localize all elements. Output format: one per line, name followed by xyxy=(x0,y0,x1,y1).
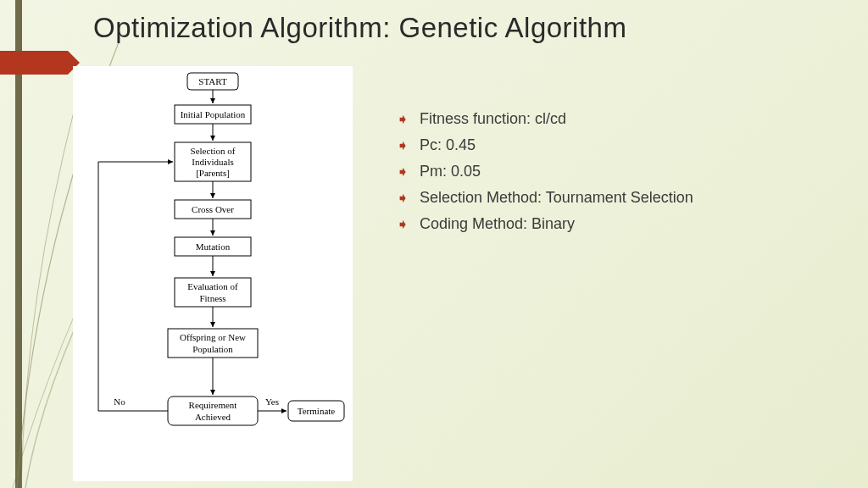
fc-sel3: [Parents] xyxy=(196,168,230,178)
accent-arrow xyxy=(0,51,68,75)
fc-req1: Requirement xyxy=(189,400,237,410)
fc-initial: Initial Population xyxy=(181,109,246,119)
fc-terminate: Terminate xyxy=(298,406,336,416)
bullet-item: ➧ Coding Method: Binary xyxy=(397,215,821,233)
fc-no: No xyxy=(114,396,125,407)
bullet-item: ➧ Pc: 0.45 xyxy=(397,136,821,154)
bullet-list: ➧ Fitness function: cl/cd ➧ Pc: 0.45 ➧ P… xyxy=(397,110,821,241)
fc-crossover: Cross Over xyxy=(192,204,234,214)
slide-title: Optimization Algorithm: Genetic Algorith… xyxy=(93,12,626,44)
fc-eval1: Evaluation of xyxy=(187,281,238,291)
fc-off2: Population xyxy=(192,344,233,354)
bullet-text: Selection Method: Tournament Selection xyxy=(420,189,693,207)
bullet-item: ➧ Fitness function: cl/cd xyxy=(397,110,821,128)
fc-start: START xyxy=(198,76,227,86)
bullet-item: ➧ Pm: 0.05 xyxy=(397,163,821,180)
bullet-arrow-icon: ➧ xyxy=(396,111,409,127)
bullet-text: Fitness function: cl/cd xyxy=(420,110,566,128)
fc-yes: Yes xyxy=(265,396,279,407)
flowchart-diagram: START Initial Population Selection of In… xyxy=(73,66,353,481)
fc-off1: Offspring or New xyxy=(180,332,246,342)
bullet-arrow-icon: ➧ xyxy=(396,137,409,153)
fc-mutation: Mutation xyxy=(196,241,231,252)
bullet-text: Pc: 0.45 xyxy=(420,136,476,154)
fc-sel1: Selection of xyxy=(191,146,236,156)
fc-req2: Achieved xyxy=(195,412,231,422)
bullet-text: Pm: 0.05 xyxy=(420,163,481,180)
fc-sel2: Individuals xyxy=(192,157,234,167)
bullet-text: Coding Method: Binary xyxy=(420,215,575,233)
bullet-arrow-icon: ➧ xyxy=(396,216,409,232)
fc-eval2: Fitness xyxy=(199,293,225,303)
bullet-arrow-icon: ➧ xyxy=(396,190,409,206)
bullet-arrow-icon: ➧ xyxy=(396,164,409,180)
bullet-item: ➧ Selection Method: Tournament Selection xyxy=(397,189,821,207)
